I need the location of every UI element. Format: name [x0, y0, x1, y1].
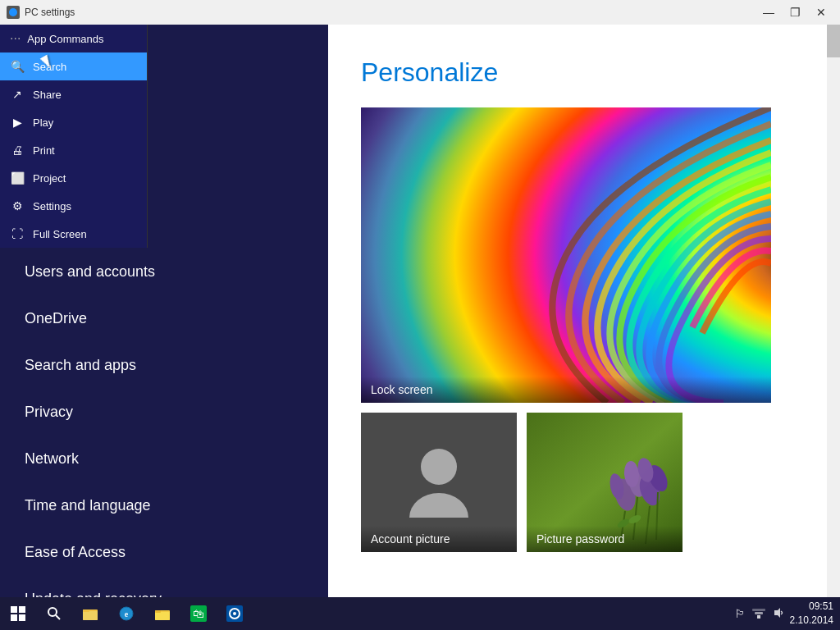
svg-point-37 — [233, 612, 236, 615]
sidebar-item-search-apps[interactable]: Search and apps — [0, 342, 328, 389]
taskbar-search-button[interactable] — [36, 597, 72, 630]
close-button[interactable]: ✕ — [809, 0, 833, 25]
menu-item-fullscreen[interactable]: ⛶ Full Screen — [0, 220, 147, 248]
sidebar-item-update-recovery[interactable]: Update and recovery — [0, 576, 328, 597]
sidebar-item-network[interactable]: Network — [0, 436, 328, 482]
main-content: Personalize — [328, 25, 840, 597]
play-icon: ▶ — [10, 115, 25, 130]
scrollbar-thumb[interactable] — [827, 25, 840, 57]
app-commands-header: ··· App Commands — [0, 25, 147, 52]
network-tray-icon — [752, 607, 765, 621]
account-picture-label: Account picture — [361, 526, 517, 552]
clock-date: 2.10.2014 — [790, 614, 833, 628]
taskbar-store-button[interactable]: 🛍 — [180, 597, 217, 630]
svg-text:🛍: 🛍 — [193, 607, 204, 620]
svg-rect-20 — [19, 606, 25, 613]
svg-point-3 — [409, 493, 468, 518]
svg-point-0 — [9, 8, 17, 16]
svg-rect-27 — [83, 609, 89, 612]
volume-tray-icon — [772, 607, 785, 621]
menu-item-print[interactable]: 🖨 Print — [0, 136, 147, 164]
menu-item-play-label: Play — [33, 116, 53, 129]
svg-line-24 — [56, 615, 60, 619]
menu-item-project[interactable]: ⬜ Project — [0, 164, 147, 192]
clock-time: 09:51 — [790, 600, 833, 614]
sidebar-item-time-language[interactable]: Time and language — [0, 482, 328, 529]
sidebar-item-privacy[interactable]: Privacy — [0, 389, 328, 436]
scrollbar-track[interactable] — [827, 25, 840, 597]
menu-item-search-label: Search — [33, 61, 66, 73]
taskbar-right: 🏳 09:51 2.10.2014 — [734, 600, 840, 628]
sidebar-item-ease-access[interactable]: Ease of Access — [0, 529, 328, 576]
person-icon — [406, 444, 472, 521]
settings-icon: ⚙ — [10, 199, 25, 213]
search-icon: 🔍 — [10, 59, 25, 74]
lock-screen-image — [361, 107, 771, 403]
menu-item-project-label: Project — [33, 172, 66, 185]
menu-item-play[interactable]: ▶ Play — [0, 108, 147, 136]
svg-rect-40 — [752, 609, 765, 611]
fullscreen-icon: ⛶ — [10, 226, 25, 241]
start-button[interactable] — [0, 597, 36, 630]
app-icon — [7, 6, 20, 19]
svg-marker-41 — [774, 608, 780, 618]
svg-point-2 — [421, 449, 457, 485]
svg-rect-32 — [155, 610, 161, 613]
svg-point-23 — [48, 608, 57, 616]
taskbar-files-button[interactable] — [72, 597, 108, 630]
svg-rect-21 — [11, 614, 17, 621]
page-title: Personalize — [361, 57, 807, 88]
svg-rect-31 — [155, 612, 170, 620]
system-clock[interactable]: 09:51 2.10.2014 — [790, 600, 833, 628]
svg-text:e: e — [125, 609, 129, 619]
app-commands-menu: ··· App Commands 🔍 Search ↗ Share ▶ Play… — [0, 25, 148, 248]
sidebar-item-users-accounts[interactable]: Users and accounts — [0, 249, 328, 295]
account-picture-tile[interactable]: Account picture — [361, 413, 517, 552]
taskbar-ie-button[interactable]: e — [108, 597, 144, 630]
project-icon: ⬜ — [10, 171, 25, 185]
menu-item-fullscreen-label: Full Screen — [33, 228, 87, 240]
svg-rect-38 — [757, 615, 760, 619]
svg-rect-39 — [755, 612, 763, 614]
menu-item-settings[interactable]: ⚙ Settings — [0, 192, 147, 220]
picture-password-label: Picture password — [527, 526, 682, 552]
menu-item-print-label: Print — [33, 144, 55, 157]
tiles-row: Account picture — [361, 413, 807, 552]
minimize-button[interactable]: — — [756, 0, 781, 25]
maximize-button[interactable]: ❐ — [783, 0, 807, 25]
menu-item-share-label: Share — [33, 89, 62, 101]
svg-rect-22 — [19, 614, 25, 621]
sidebar-item-onedrive[interactable]: OneDrive — [0, 295, 328, 342]
taskbar-settings-button[interactable] — [217, 597, 253, 630]
print-icon: 🖨 — [10, 143, 25, 158]
svg-rect-26 — [83, 611, 98, 620]
svg-rect-19 — [11, 606, 17, 613]
title-bar: PC settings — ❐ ✕ — [0, 0, 840, 25]
menu-item-settings-label: Settings — [33, 200, 71, 212]
share-icon: ↗ — [10, 87, 25, 102]
taskbar-explorer-button[interactable] — [144, 597, 180, 630]
taskbar: e 🛍 🏳 — [0, 597, 840, 630]
system-tray: 🏳 — [734, 607, 785, 621]
window-controls: — ❐ ✕ — [756, 0, 833, 25]
lock-screen-label: Lock screen — [361, 377, 771, 403]
picture-password-tile[interactable]: Picture password — [527, 413, 682, 552]
menu-item-search[interactable]: 🔍 Search — [0, 52, 147, 80]
flag-tray-icon: 🏳 — [734, 607, 746, 620]
main-inner: Personalize — [328, 25, 840, 585]
menu-dots-icon: ··· — [10, 31, 21, 46]
taskbar-left: e 🛍 — [0, 597, 253, 630]
window-title: PC settings — [25, 7, 75, 18]
menu-item-share[interactable]: ↗ Share — [0, 80, 147, 108]
app-commands-label: App Commands — [27, 33, 103, 45]
lock-screen-tile[interactable]: Lock screen — [361, 107, 771, 403]
